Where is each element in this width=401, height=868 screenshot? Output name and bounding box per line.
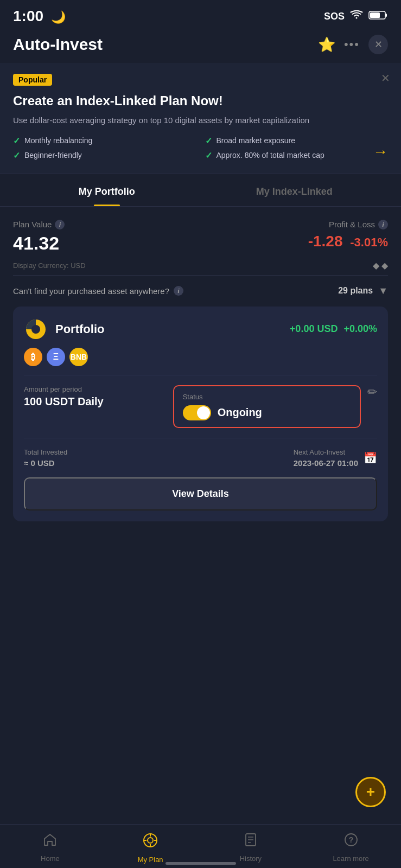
portfolio-card-right: +0.00 USD +0.00% — [290, 323, 377, 335]
nav-item-learn-more[interactable]: ? Learn more — [327, 832, 375, 864]
page-title: Auto-Invest — [13, 35, 103, 54]
invest-right: Next Auto-Invest 2023-06-27 01:00 📅 — [294, 448, 377, 468]
svg-point-6 — [148, 838, 153, 843]
portfolio-card-left: Portfolio — [24, 317, 104, 341]
check-icon-1: ✓ — [13, 136, 20, 146]
tab-my-index-linked[interactable]: My Index-Linked — [201, 174, 389, 206]
card-amount-status-row: Amount per period 100 USDT Daily Status … — [24, 381, 377, 432]
portfolio-stats: Plan Value i 41.32 Profit & Loss i -1.28… — [13, 220, 388, 254]
feature-2: ✓ Broad market exposure — [205, 136, 389, 146]
myplan-icon — [142, 832, 158, 852]
status-toggle[interactable] — [183, 405, 211, 420]
card-divider-1 — [24, 375, 377, 375]
plan-value-block: Plan Value i 41.32 — [13, 220, 201, 254]
feature-4: ✓ Approx. 80% of total market cap — [205, 150, 389, 161]
close-button[interactable]: ✕ — [368, 35, 388, 54]
status-time: 1:00 🌙 — [13, 8, 66, 25]
coin-eth: Ξ — [47, 348, 65, 366]
portfolio-gain: +0.00 USD +0.00% — [290, 323, 377, 335]
plan-value-label: Plan Value i — [13, 220, 201, 229]
total-invested-label: Total Invested — [24, 448, 67, 456]
close-icon: ✕ — [374, 39, 383, 50]
tab-my-portfolio[interactable]: My Portfolio — [13, 174, 201, 206]
calendar-icon[interactable]: 📅 — [364, 451, 377, 464]
app-header: Auto-Invest ⭐ ••• ✕ — [0, 29, 401, 63]
view-details-button[interactable]: View Details — [24, 477, 377, 510]
portfolio-coins: ₿ Ξ BNB — [24, 348, 377, 366]
display-currency-row: Display Currency: USD ◆ ◆ — [13, 260, 388, 271]
popular-badge: Popular — [13, 74, 52, 86]
plans-left: Can't find your purchased asset anywhere… — [13, 286, 183, 296]
status-text: Ongoing — [218, 406, 262, 419]
promo-description: Use dollar-cost averaging strategy on to… — [13, 114, 388, 127]
nav-label-myplan: My Plan — [138, 856, 163, 864]
battery-icon — [368, 10, 388, 23]
home-indicator — [166, 862, 236, 865]
svg-rect-1 — [385, 14, 387, 17]
invest-row: Total Invested ≈ 0 USD Next Auto-Invest … — [24, 444, 377, 470]
promo-title: Create an Index-Linked Plan Now! — [13, 92, 388, 109]
status-bar: 1:00 🌙 SOS — [0, 0, 401, 29]
diamond-icon: ◆ ◆ — [373, 260, 388, 271]
plans-info-icon[interactable]: i — [174, 286, 183, 296]
svg-text:?: ? — [348, 835, 353, 844]
nav-label-home: Home — [41, 854, 60, 863]
next-invest-label: Next Auto-Invest — [294, 448, 358, 456]
learn-more-icon: ? — [343, 832, 359, 851]
portfolio-card-header: Portfolio +0.00 USD +0.00% — [24, 317, 377, 341]
nav-label-learn-more: Learn more — [333, 854, 368, 863]
svg-rect-2 — [370, 12, 380, 18]
promo-arrow-icon[interactable]: → — [373, 143, 388, 161]
card-divider-2 — [24, 438, 377, 438]
coin-btc: ₿ — [24, 348, 42, 366]
profit-loss-label: Profit & Loss i — [201, 220, 389, 229]
amount-value: 100 USDT Daily — [24, 395, 164, 408]
coin-bnb: BNB — [69, 348, 88, 366]
history-icon — [243, 832, 258, 851]
filter-icon[interactable]: ▼ — [378, 285, 388, 297]
profit-loss-info-icon[interactable]: i — [378, 220, 388, 229]
invest-left: Total Invested ≈ 0 USD — [24, 448, 67, 468]
edit-icon[interactable]: ✏ — [361, 385, 377, 399]
plans-right: 29 plans ▼ — [338, 285, 388, 297]
amount-label: Amount per period — [24, 385, 164, 393]
promo-close-button[interactable]: ✕ — [381, 72, 390, 85]
home-icon — [42, 832, 58, 851]
profit-loss-block: Profit & Loss i -1.28 -3.01% — [201, 220, 389, 254]
tabs: My Portfolio My Index-Linked — [0, 174, 401, 207]
promo-banner: ✕ Popular Create an Index-Linked Plan No… — [0, 63, 401, 174]
svg-point-4 — [31, 325, 40, 334]
total-invested-value: ≈ 0 USD — [24, 458, 67, 468]
promo-features: ✓ Monthly rebalancing ✓ Broad market exp… — [13, 136, 388, 161]
status-toggle-row: Ongoing — [183, 405, 351, 420]
profit-loss-value: -1.28 -3.01% — [201, 233, 389, 250]
nav-label-history: History — [240, 854, 262, 863]
amount-field: Amount per period 100 USDT Daily — [24, 385, 173, 408]
nav-item-history[interactable]: History — [226, 832, 275, 864]
status-icons: SOS — [324, 10, 388, 23]
moon-icon: 🌙 — [51, 10, 66, 24]
header-actions: ⭐ ••• ✕ — [318, 35, 388, 54]
nav-item-home[interactable]: Home — [26, 832, 74, 864]
portfolio-card: Portfolio +0.00 USD +0.00% ₿ Ξ BNB Amoun… — [13, 307, 388, 521]
star-icon[interactable]: ⭐ — [318, 36, 335, 53]
add-plan-fab[interactable]: + — [355, 777, 386, 807]
plan-value: 41.32 — [13, 233, 201, 254]
check-icon-4: ✓ — [205, 150, 212, 161]
bottom-nav: Home My Plan History — [0, 824, 401, 868]
main-content: Plan Value i 41.32 Profit & Loss i -1.28… — [0, 207, 401, 608]
plan-value-info-icon[interactable]: i — [55, 220, 65, 229]
next-invest-value: 2023-06-27 01:00 — [294, 458, 358, 468]
status-box: Status Ongoing — [173, 385, 361, 428]
status-label: Status — [183, 393, 351, 401]
portfolio-pie-chart — [24, 317, 48, 341]
portfolio-name: Portfolio — [55, 322, 104, 336]
wifi-icon — [350, 10, 363, 23]
more-options-icon[interactable]: ••• — [344, 37, 360, 52]
feature-3: ✓ Beginner-friendly — [13, 150, 196, 161]
check-icon-3: ✓ — [13, 150, 20, 161]
toggle-knob — [197, 406, 210, 419]
plans-row: Can't find your purchased asset anywhere… — [13, 275, 388, 307]
check-icon-2: ✓ — [205, 136, 212, 146]
nav-item-myplan[interactable]: My Plan — [126, 832, 175, 864]
